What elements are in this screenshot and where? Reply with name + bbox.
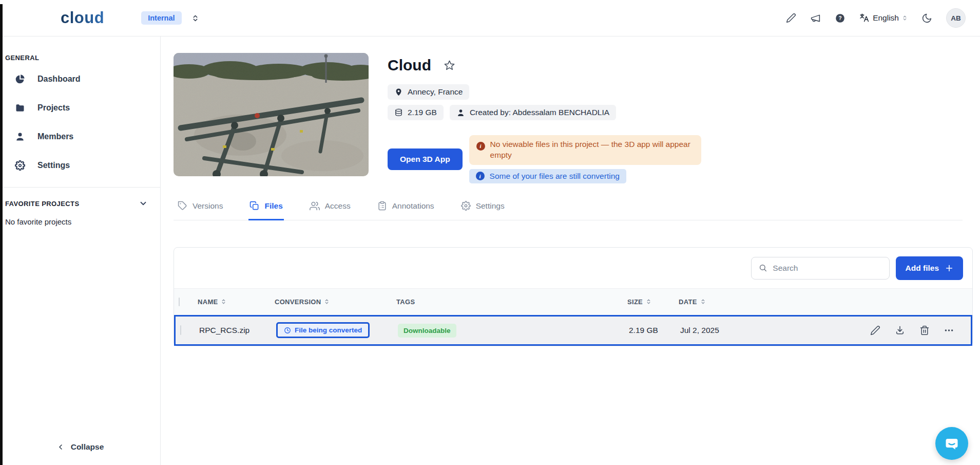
project-creator: Created by: Abdessalam BENCHADLIA — [470, 108, 609, 117]
conversion-status-badge: File being converted — [279, 325, 367, 336]
gear-icon — [15, 160, 25, 171]
info-icon: i — [476, 172, 485, 180]
edit-icon[interactable] — [785, 13, 796, 24]
sidebar: GENERAL Dashboard Projects Members Setti… — [0, 36, 161, 465]
project-tabs: Versions Files Access Annotations Settin… — [174, 197, 963, 220]
favorite-star-icon[interactable] — [444, 60, 455, 71]
table-header-row: NAME CONVERSION TAGS SIZE DATE — [174, 288, 972, 315]
user-avatar[interactable]: AB — [946, 8, 966, 28]
delete-file-icon[interactable] — [919, 325, 930, 336]
tab-access[interactable]: Access — [309, 197, 352, 220]
plus-icon — [945, 264, 953, 272]
project-location-badge: Annecy, France — [388, 84, 469, 100]
sidebar-item-label: Dashboard — [37, 75, 81, 84]
folder-icon — [15, 103, 25, 113]
sort-icon — [324, 298, 330, 305]
topbar: cloud Internal ? English — [0, 0, 980, 36]
download-file-icon[interactable] — [894, 325, 905, 336]
search-input[interactable] — [773, 264, 881, 273]
column-header-size[interactable]: SIZE — [627, 298, 679, 306]
open-3d-app-button[interactable]: Open 3D App — [388, 148, 463, 170]
sidebar-item-projects[interactable]: Projects — [0, 94, 160, 122]
left-edge-artifact — [0, 4, 3, 465]
file-date: Jul 2, 2025 — [680, 326, 760, 335]
project-creator-badge: Created by: Abdessalam BENCHADLIA — [450, 105, 616, 120]
chevron-left-icon — [56, 443, 65, 451]
tag-icon — [178, 201, 187, 211]
sidebar-section-favorites: FAVORITE PROJECTS — [5, 200, 80, 208]
row-checkbox[interactable] — [180, 325, 181, 335]
conversion-status-highlight: File being converted — [276, 322, 370, 338]
dark-mode-moon-icon[interactable] — [921, 13, 932, 24]
more-actions-icon[interactable] — [944, 325, 954, 336]
chat-widget-button[interactable] — [935, 427, 968, 460]
help-icon[interactable]: ? — [835, 13, 846, 24]
column-header-name[interactable]: NAME — [198, 298, 275, 306]
sort-icon — [221, 298, 226, 305]
language-selector[interactable]: English — [859, 13, 908, 23]
chat-bubble-icon — [943, 435, 960, 452]
add-files-button[interactable]: Add files — [896, 256, 963, 280]
downloadable-tag: Downloadable — [398, 324, 456, 338]
files-table-card: Add files NAME CONVERSION TAGS — [174, 247, 973, 346]
sort-icon — [700, 298, 706, 305]
sidebar-item-label: Settings — [37, 161, 70, 170]
tab-versions[interactable]: Versions — [177, 197, 224, 220]
search-icon — [759, 263, 767, 273]
person-icon — [456, 108, 465, 117]
tab-settings[interactable]: Settings — [460, 197, 506, 220]
column-header-tags: TAGS — [396, 298, 627, 306]
pie-chart-icon — [15, 74, 25, 84]
file-size: 2.19 GB — [629, 326, 680, 335]
sidebar-item-members[interactable]: Members — [0, 122, 160, 151]
sidebar-item-label: Projects — [37, 103, 70, 113]
clock-icon — [284, 327, 291, 334]
files-icon — [249, 201, 259, 211]
workspace-badge[interactable]: Internal — [141, 11, 181, 25]
language-label: English — [873, 13, 899, 23]
app-window: cloud Internal ? English — [0, 0, 980, 465]
favorites-empty-text: No favorite projects — [0, 210, 160, 226]
files-converting-info: i Some of your files are still convertin… — [469, 169, 626, 183]
column-header-date[interactable]: DATE — [679, 298, 758, 306]
collapse-sidebar-button[interactable]: Collapse — [0, 437, 160, 457]
users-icon — [310, 201, 320, 211]
project-title: Cloud — [388, 57, 431, 74]
person-icon — [15, 132, 25, 142]
sidebar-item-label: Members — [37, 132, 73, 141]
database-icon — [394, 108, 403, 117]
announcements-megaphone-icon[interactable] — [810, 13, 821, 24]
main-content: Cloud Annecy, France 2.19 GB — [161, 36, 980, 465]
project-location: Annecy, France — [408, 87, 463, 97]
collapse-label: Collapse — [71, 442, 104, 452]
language-chevron-icon — [902, 14, 908, 22]
warning-icon: i — [476, 142, 485, 151]
file-row[interactable]: RPC_RCS.zip File being converted Downloa… — [174, 315, 972, 346]
sidebar-item-settings[interactable]: Settings — [0, 151, 160, 180]
project-size: 2.19 GB — [408, 108, 437, 117]
rename-file-icon[interactable] — [870, 325, 880, 336]
warning-text: No viewable files in this project — the … — [490, 139, 694, 161]
app-logo: cloud — [61, 9, 104, 27]
tab-annotations[interactable]: Annotations — [376, 197, 435, 220]
clipboard-icon — [377, 201, 387, 211]
project-thumbnail — [174, 53, 369, 176]
chevron-down-icon[interactable] — [139, 199, 148, 208]
select-all-checkbox[interactable] — [179, 297, 180, 306]
sidebar-item-dashboard[interactable]: Dashboard — [0, 65, 160, 94]
project-size-badge: 2.19 GB — [388, 105, 444, 120]
column-header-conversion[interactable]: CONVERSION — [275, 298, 396, 306]
search-input-wrap[interactable] — [751, 257, 890, 280]
sidebar-section-general: GENERAL — [0, 36, 160, 65]
workspace-switcher-icon[interactable] — [190, 13, 201, 24]
tab-files[interactable]: Files — [248, 197, 283, 220]
sort-icon — [646, 298, 651, 305]
file-name: RPC_RCS.zip — [199, 326, 276, 335]
info-text: Some of your files are still converting — [490, 172, 620, 181]
svg-text:?: ? — [839, 15, 842, 21]
no-viewable-files-warning: i No viewable files in this project — th… — [469, 135, 701, 165]
location-pin-icon — [394, 88, 403, 97]
translate-icon — [859, 13, 870, 23]
gear-icon — [461, 201, 471, 211]
